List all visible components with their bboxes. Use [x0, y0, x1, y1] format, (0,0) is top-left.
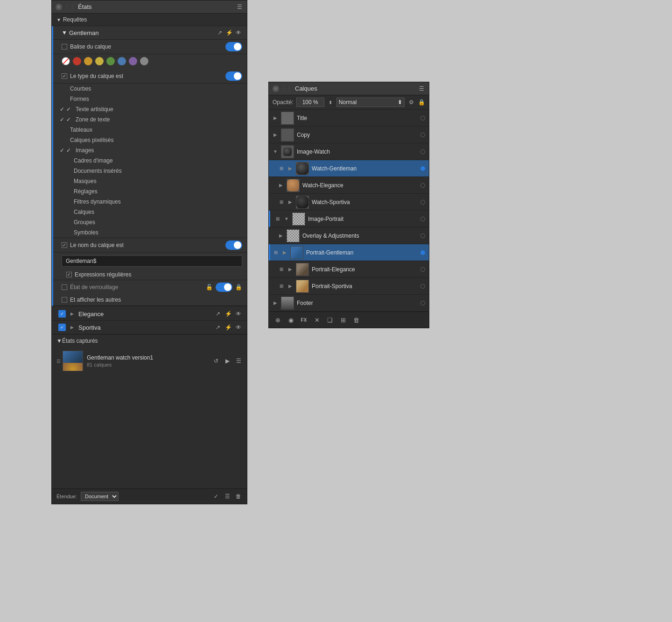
elegance-select-icon[interactable]: ↗	[214, 310, 222, 318]
elegance-link-icon[interactable]: ⚡	[224, 310, 232, 318]
layer-image-watch[interactable]: ▼ Image-Watch	[269, 143, 429, 160]
opacity-stepper[interactable]: ⬍	[327, 99, 334, 106]
type-checkbox[interactable]: ✓	[62, 73, 67, 79]
layer-portrait-elegance[interactable]: ⊞ ▶ Portrait-Elegance	[269, 261, 429, 278]
list-item-groupes[interactable]: Groupes	[53, 217, 247, 227]
sportiva-eye-icon[interactable]: 👁	[235, 324, 242, 331]
expand-portrait-elegance[interactable]: ▶	[287, 267, 293, 272]
layer-overlay[interactable]: ▶ Overlay & Adjustments	[269, 227, 429, 244]
list-item-calques-pix[interactable]: Calques pixélisés	[53, 135, 247, 145]
swatch-slash[interactable]	[62, 57, 70, 65]
calques-close-button[interactable]: ✕	[273, 85, 279, 92]
circle-icon[interactable]: ◉	[286, 315, 296, 325]
layer-dot-overlay[interactable]	[420, 233, 425, 238]
link-icon[interactable]: ⚡	[225, 29, 233, 36]
layer-dot-watch-elegance[interactable]	[420, 183, 425, 188]
swatch-blue-light[interactable]	[118, 57, 126, 65]
layer-dot-watch-gentleman[interactable]	[420, 166, 425, 171]
layer-dot-footer[interactable]	[420, 301, 425, 305]
list-item-tableaux[interactable]: Tableaux	[53, 125, 247, 135]
balise-toggle[interactable]	[225, 42, 242, 51]
swatch-yellow[interactable]	[95, 57, 104, 65]
expand-watch-sportiva[interactable]: ▶	[287, 199, 293, 205]
list-item-zone-texte[interactable]: ✓ Zone de texte	[53, 114, 247, 125]
regex-checkbox[interactable]: ✓	[66, 272, 72, 277]
layer-copy[interactable]: ▶ Copy	[269, 127, 429, 143]
requetes-section[interactable]: ▼ Requêtes	[52, 14, 247, 26]
layer-dot-title[interactable]	[420, 116, 425, 120]
group-layer-icon[interactable]: ❑	[325, 315, 335, 325]
swatch-orange[interactable]	[84, 57, 92, 65]
sportiva-select-icon[interactable]: ↗	[214, 324, 222, 331]
cross-icon[interactable]: ✕	[312, 315, 322, 325]
expand-title[interactable]: ▶	[273, 115, 278, 120]
list-item-courbes[interactable]: Courbes	[53, 84, 247, 94]
list-item-cadres[interactable]: Cadres d'image	[53, 156, 247, 166]
layer-dot-portrait-elegance[interactable]	[420, 267, 425, 272]
layer-watch-elegance[interactable]: ▶ Watch-Elegance	[269, 177, 429, 194]
layer-portrait-gentleman[interactable]: ⊞ ▶ Portrait-Gentleman	[269, 244, 429, 261]
lock-icon[interactable]: 🔒	[418, 99, 425, 106]
layer-dot-portrait-gentleman[interactable]	[420, 250, 425, 255]
expand-image-watch[interactable]: ▼	[273, 149, 278, 154]
play-icon[interactable]: ▶	[224, 357, 231, 365]
new-layer-icon[interactable]: ⊕	[273, 315, 283, 325]
expand-watch-gentleman[interactable]: ▶	[287, 166, 293, 171]
blend-mode-select[interactable]: Normal ⬍	[336, 98, 405, 107]
nom-input[interactable]	[62, 255, 242, 267]
trash-icon[interactable]: 🗑	[351, 315, 361, 325]
layer-image-portrait[interactable]: ⊞ ▼ Image-Portrait	[269, 211, 429, 227]
elegance-eye-icon[interactable]: 👁	[235, 310, 242, 318]
list-item-filtres[interactable]: Filtres dynamiques	[53, 197, 247, 207]
list-item-masques[interactable]: Masques	[53, 176, 247, 186]
swatch-gray[interactable]	[140, 57, 148, 65]
expand-footer[interactable]: ▶	[273, 300, 278, 305]
swatch-purple[interactable]	[129, 57, 137, 65]
select-icon[interactable]: ↗	[216, 29, 224, 36]
more-icon[interactable]: ☰	[235, 357, 242, 365]
layer-dot-watch-sportiva[interactable]	[420, 200, 425, 205]
layer-dot-image-watch[interactable]	[420, 149, 425, 154]
etendue-select[interactable]: Document	[81, 492, 119, 501]
layer-watch-sportiva[interactable]: ⊞ ▶ Watch-Sportiva	[269, 194, 429, 211]
nom-checkbox[interactable]: ✓	[62, 242, 67, 248]
other-checkbox[interactable]	[62, 297, 67, 303]
list-item-docs[interactable]: Documents insérés	[53, 166, 247, 176]
list-item-calques[interactable]: Calques	[53, 207, 247, 217]
fx-icon[interactable]: FX	[299, 315, 309, 325]
swatch-green[interactable]	[106, 57, 115, 65]
grid-icon[interactable]: ⊞	[338, 315, 348, 325]
opacity-input[interactable]: 100 %	[296, 98, 324, 107]
list-icon[interactable]: ☰	[224, 493, 231, 500]
close-button[interactable]: ✕	[56, 4, 62, 10]
list-item-formes[interactable]: Formes	[53, 94, 247, 104]
layer-portrait-sportiva[interactable]: ⊞ ▶ Portrait-Sportiva	[269, 278, 429, 295]
swatch-red[interactable]	[73, 57, 81, 65]
layer-settings-icon[interactable]: ⚙	[407, 99, 415, 106]
expand-overlay[interactable]: ▶	[278, 233, 284, 238]
layer-dot-copy[interactable]	[420, 133, 425, 137]
layer-dot-portrait-sportiva[interactable]	[420, 284, 425, 289]
add-icon[interactable]: ✓	[212, 493, 220, 500]
list-item-symboles[interactable]: Symboles	[53, 227, 247, 238]
expand-watch-elegance[interactable]: ▶	[278, 183, 284, 188]
lock-toggle[interactable]	[216, 283, 232, 292]
eye-icon[interactable]: 👁	[235, 29, 242, 36]
layer-footer[interactable]: ▶ Footer	[269, 295, 429, 311]
expand-portrait-gentleman[interactable]: ▶	[282, 250, 287, 255]
delete-icon[interactable]: 🗑	[235, 493, 242, 500]
balise-checkbox[interactable]	[62, 44, 67, 49]
list-item-texte-art[interactable]: ✓ Texte artistique	[53, 104, 247, 114]
lock-checkbox[interactable]	[62, 284, 67, 290]
expand-portrait-sportiva[interactable]: ▶	[287, 283, 293, 289]
nom-toggle[interactable]	[225, 240, 242, 250]
type-toggle[interactable]	[225, 71, 242, 81]
menu-icon[interactable]: ☰	[236, 3, 243, 11]
layer-watch-gentleman[interactable]: ⊞ ▶ Watch-Gentleman	[269, 160, 429, 177]
calques-menu-icon[interactable]: ☰	[418, 85, 425, 92]
list-item-reglages[interactable]: Réglages	[53, 186, 247, 197]
sportiva-link-icon[interactable]: ⚡	[224, 324, 232, 331]
layer-dot-image-portrait[interactable]	[420, 217, 425, 221]
list-item-images[interactable]: ✓ Images	[53, 145, 247, 156]
reset-icon[interactable]: ↺	[212, 357, 220, 365]
